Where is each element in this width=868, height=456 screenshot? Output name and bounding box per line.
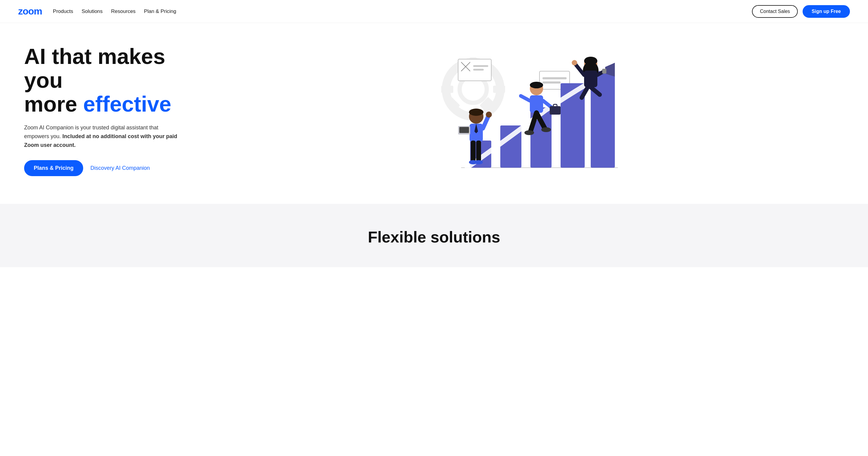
nav-solutions[interactable]: Solutions (82, 8, 103, 15)
plans-pricing-button[interactable]: Plans & Pricing (24, 160, 83, 176)
hero-illustration (199, 41, 844, 180)
svg-point-26 (474, 160, 483, 164)
navbar: zoom Products Solutions Resources Plan &… (0, 0, 868, 23)
hero-title-more: more (24, 92, 83, 116)
discovery-ai-link[interactable]: Discovery AI Companion (90, 165, 150, 171)
svg-rect-17 (542, 81, 561, 84)
svg-rect-4 (441, 86, 453, 93)
svg-point-41 (524, 130, 534, 135)
svg-point-42 (541, 127, 551, 132)
hero-content: AI that makes you more effective Zoom AI… (24, 45, 199, 176)
svg-point-48 (572, 60, 577, 65)
nav-products[interactable]: Products (53, 8, 73, 15)
svg-point-45 (584, 57, 597, 65)
nav-links: Products Solutions Resources Plan & Pric… (53, 8, 176, 15)
flexible-solutions-title: Flexible solutions (24, 228, 844, 246)
doc-icon-1 (458, 59, 491, 81)
zoom-logo[interactable]: zoom (18, 6, 42, 17)
svg-point-20 (469, 109, 484, 116)
svg-line-47 (576, 64, 584, 75)
hero-title-accent: effective (83, 92, 171, 116)
svg-rect-23 (471, 141, 475, 162)
svg-rect-14 (473, 69, 484, 70)
svg-rect-5 (493, 86, 505, 93)
hero-description: Zoom AI Companion is your trusted digita… (24, 123, 181, 149)
svg-rect-51 (602, 69, 607, 74)
svg-point-31 (486, 112, 492, 118)
hero-section: AI that makes you more effective Zoom AI… (0, 23, 868, 204)
flexible-solutions-section: Flexible solutions (0, 204, 868, 267)
svg-line-38 (521, 96, 530, 101)
nav-pricing[interactable]: Plan & Pricing (144, 8, 176, 15)
hero-title-line1: AI that makes you (24, 44, 165, 92)
contact-sales-button[interactable]: Contact Sales (752, 5, 798, 18)
nav-right: Contact Sales Sign up Free (752, 5, 850, 18)
svg-rect-46 (584, 70, 597, 87)
nav-left: zoom Products Solutions Resources Plan &… (18, 6, 176, 17)
hero-title: AI that makes you more effective (24, 45, 199, 116)
svg-rect-16 (542, 77, 567, 79)
nav-resources[interactable]: Resources (111, 8, 135, 15)
svg-rect-13 (473, 65, 488, 67)
svg-rect-29 (459, 127, 469, 133)
hero-title-line2: more effective (24, 92, 171, 116)
svg-rect-24 (476, 141, 481, 162)
svg-point-33 (530, 82, 543, 88)
signup-button[interactable]: Sign up Free (803, 5, 850, 18)
svg-rect-34 (530, 95, 543, 113)
hero-illustration-svg (419, 41, 624, 180)
hero-actions: Plans & Pricing Discovery AI Companion (24, 160, 199, 176)
